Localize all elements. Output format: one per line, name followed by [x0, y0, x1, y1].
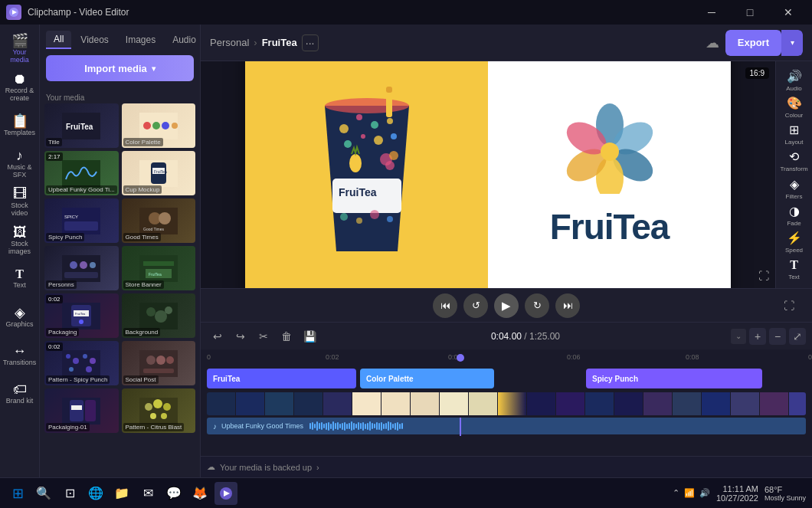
sidebar-item-transitions[interactable]: ↔ Transitions	[3, 337, 37, 374]
breadcrumb-more-button[interactable]: ···	[302, 34, 319, 51]
svg-point-38	[165, 306, 172, 314]
media-item-citrus[interactable]: Pattern - Citrus Blast	[122, 388, 196, 433]
redo-button[interactable]: ↪	[230, 326, 251, 347]
play-button[interactable]: ▶	[494, 293, 519, 318]
media-item-upbeat[interactable]: 2:17 Upbeat Funky Good Ti...	[44, 151, 119, 195]
tab-images[interactable]: Images	[118, 31, 163, 49]
right-panel-transform[interactable]: ⟲ Transform	[779, 149, 810, 174]
media-item-packaging[interactable]: FruiTea 0:02 Packaging	[44, 293, 119, 338]
maximize-button[interactable]: □	[732, 0, 768, 25]
export-button[interactable]: Export	[725, 30, 781, 56]
sidebar-item-templates[interactable]: 📋 Templates	[3, 107, 37, 144]
right-panel-layout[interactable]: ⊞ Layout	[779, 122, 810, 147]
canvas-fullscreen-button[interactable]: ⛶	[758, 270, 769, 282]
skip-to-end-button[interactable]: ⏭	[555, 293, 580, 318]
sidebar-item-record[interactable]: ⏺ Record & create	[3, 69, 37, 106]
media-item-packaging01[interactable]: Packalging-01	[44, 388, 119, 433]
sidebar-item-stock-video[interactable]: 🎞 Stock video	[3, 184, 37, 221]
svg-point-36	[146, 307, 156, 316]
close-button[interactable]: ✕	[771, 0, 806, 25]
canvas-left-panel: FruiTea	[245, 61, 488, 288]
right-panel-text[interactable]: T Text	[779, 257, 810, 282]
media-item-pattern-spicy[interactable]: 0:02 Pattern - Spicy Punch	[44, 341, 119, 385]
taskbar-search[interactable]: 🔍	[32, 482, 55, 505]
video-clips-row: FruiTea Color Palette Spicy Punch	[207, 368, 806, 389]
media-item-color-palette[interactable]: Color Palette	[122, 103, 196, 148]
taskbar-mail[interactable]: ✉	[136, 482, 159, 505]
windows-start-button[interactable]: ⊞	[6, 482, 29, 505]
cloud-sync-icon[interactable]: ☁	[706, 34, 719, 51]
delete-button[interactable]: 🗑	[276, 326, 297, 347]
clock-display[interactable]: 11:11 AM 10/27/2022	[716, 484, 758, 503]
media-item-store-banner[interactable]: FruiTea Store Banner	[122, 246, 196, 290]
sidebar-item-graphics[interactable]: ◈ Graphics	[3, 299, 37, 336]
sidebar-item-music[interactable]: ♪ Music & SFX	[3, 146, 37, 182]
tab-all[interactable]: All	[46, 31, 71, 49]
transform-panel-label: Transform	[780, 166, 807, 172]
import-media-button[interactable]: Import media ▾	[46, 55, 194, 81]
sidebar-item-stock-images[interactable]: 🖼 Stock images	[3, 222, 37, 259]
svg-point-63	[371, 121, 378, 129]
media-item-good-times[interactable]: Good Times Good Times	[122, 198, 196, 243]
network-icon[interactable]: 📶	[684, 488, 695, 498]
music-icon: ♪	[16, 149, 23, 162]
sidebar-item-brand-kit[interactable]: 🏷 Brand kit	[3, 375, 37, 412]
system-tray: ⌃ 📶 🔊	[673, 488, 710, 498]
export-dropdown-button[interactable]: ▾	[781, 30, 803, 56]
taskbar-clipchamp[interactable]	[214, 482, 237, 505]
strip-thumb-3	[265, 392, 294, 415]
filters-icon: ◈	[790, 177, 799, 192]
save-button[interactable]: 💾	[299, 326, 320, 347]
cut-button[interactable]: ✂	[253, 326, 274, 347]
svg-point-22	[70, 261, 77, 269]
rewind-button[interactable]: ↺	[463, 293, 488, 318]
sidebar-item-text[interactable]: T Text	[3, 261, 37, 297]
record-icon: ⏺	[13, 72, 27, 86]
media-item-cup-mockup[interactable]: FruiTea Cup Mockup	[122, 151, 196, 195]
zoom-out-button[interactable]: −	[769, 328, 786, 345]
taskbar-teams[interactable]: 💬	[162, 482, 185, 505]
audio-track[interactable]: ♪ Upbeat Funky Good Times	[207, 418, 806, 434]
timeline-collapse-button[interactable]: ⌄	[731, 329, 746, 344]
clip-spicy-punch[interactable]: Spicy Punch	[586, 369, 762, 388]
media-item-social-post[interactable]: Social Post	[122, 341, 196, 385]
taskbar-task-view[interactable]: ⊡	[58, 482, 81, 505]
forward-button[interactable]: ↻	[525, 293, 549, 318]
media-item-background[interactable]: Background	[122, 293, 196, 338]
volume-icon[interactable]: 🔊	[699, 488, 710, 498]
sidebar-item-your-media[interactable]: 🎬 Your media	[3, 31, 37, 67]
tab-audio[interactable]: Audio	[165, 31, 204, 49]
right-panel-speed[interactable]: ⚡ Speed	[779, 230, 810, 255]
svg-point-79	[325, 98, 409, 113]
right-panel-audio[interactable]: 🔊 Audio	[779, 67, 810, 93]
media-item-personns[interactable]: Personns	[44, 246, 119, 290]
svg-point-23	[80, 261, 87, 269]
right-panel-colour[interactable]: 🎨 Colour	[779, 94, 810, 120]
tab-videos[interactable]: Videos	[73, 31, 116, 49]
taskbar-edge[interactable]: 🌐	[84, 482, 107, 505]
top-bar: Personal › FruiTea ··· ☁ Export ▾	[201, 25, 812, 61]
tray-icon-1[interactable]: ⌃	[673, 488, 679, 498]
svg-point-71	[389, 151, 398, 160]
media-item-title[interactable]: FruiTea Title	[44, 103, 119, 148]
taskbar-file-explorer[interactable]: 📁	[110, 482, 133, 505]
brand-kit-icon: 🏷	[13, 382, 27, 396]
zoom-in-button[interactable]: +	[749, 328, 766, 345]
fit-to-view-button[interactable]: ⤢	[789, 328, 806, 345]
svg-point-6	[152, 122, 160, 129]
media-item-spicy-punch[interactable]: SPICY Spicy Punch	[44, 198, 119, 243]
minimize-button[interactable]: ─	[694, 0, 729, 25]
undo-button[interactable]: ↩	[207, 326, 228, 347]
clip-color-palette[interactable]: Color Palette	[360, 369, 494, 388]
audio-panel-label: Audio	[786, 85, 801, 92]
strip-thumb-16	[643, 392, 673, 415]
taskbar-browser-2[interactable]: 🦊	[188, 482, 211, 505]
skip-to-start-button[interactable]: ⏮	[433, 293, 457, 318]
aspect-ratio-badge[interactable]: 16:9	[745, 67, 769, 79]
fullscreen-button[interactable]: ⛶	[778, 295, 800, 316]
right-panel-fade[interactable]: ◑ Fade	[779, 202, 810, 228]
clip-fruitea[interactable]: FruiTea	[207, 369, 356, 388]
fruitea-brand-text: FruiTea	[550, 207, 670, 247]
breadcrumb-personal[interactable]: Personal	[210, 37, 249, 48]
right-panel-filters[interactable]: ◈ Filters	[779, 175, 810, 201]
